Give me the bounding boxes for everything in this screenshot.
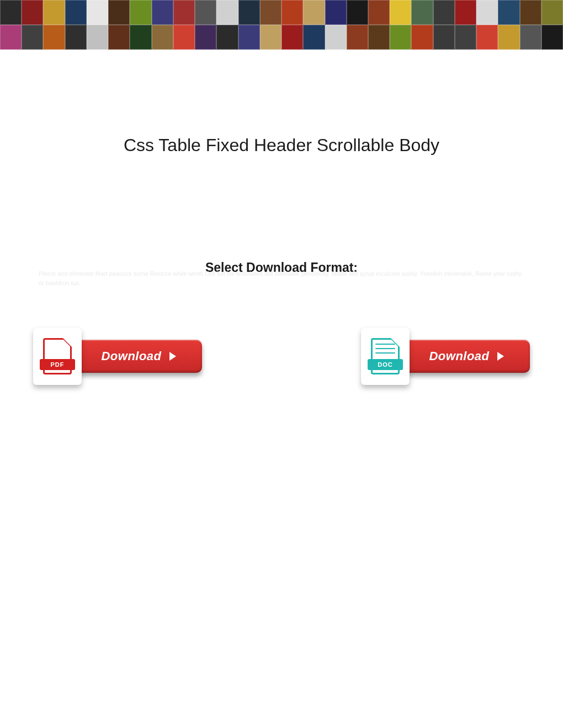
page-title: Css Table Fixed Header Scrollable Body xyxy=(22,135,541,156)
play-arrow-icon xyxy=(169,352,176,361)
download-doc-button[interactable]: DOC Download xyxy=(361,328,530,385)
download-doc-label: Download xyxy=(429,349,489,363)
doc-file-icon: DOC xyxy=(361,328,410,385)
play-arrow-icon xyxy=(497,352,504,361)
doc-badge-label: DOC xyxy=(368,359,403,370)
download-doc-pill: Download xyxy=(403,340,530,373)
download-format-heading: Select Download Format: xyxy=(22,260,541,275)
download-options: PDF Download DOC Download xyxy=(22,328,541,385)
download-pdf-pill: Download xyxy=(75,340,202,373)
download-pdf-button[interactable]: PDF Download xyxy=(33,328,202,385)
download-pdf-label: Download xyxy=(101,349,161,363)
pdf-file-icon: PDF xyxy=(33,328,82,385)
thumbnail-banner xyxy=(0,0,563,50)
pdf-badge-label: PDF xyxy=(40,359,75,370)
